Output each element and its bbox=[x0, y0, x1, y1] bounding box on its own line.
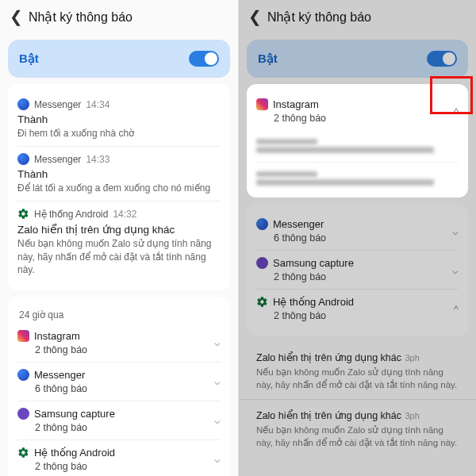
samsung-capture-icon bbox=[17, 408, 29, 420]
notification-item[interactable]: Messenger 14:33 Thành Để lát tối a xuống… bbox=[17, 146, 221, 201]
expanded-notification[interactable] bbox=[256, 130, 459, 162]
group-android-system[interactable]: Hệ thống Android 2 thông báo ⌵ bbox=[17, 440, 221, 476]
chevron-up-icon: ^ bbox=[454, 303, 459, 315]
group-app: Instagram bbox=[273, 98, 319, 110]
timestamp: 14:32 bbox=[113, 209, 136, 220]
group-count: 2 thông báo bbox=[274, 310, 354, 321]
notification-body: Đi hem tối a xuống nhà chờ bbox=[17, 127, 221, 140]
right-pane: ❮ Nhật ký thông báo Bật Instagram 2 thôn… bbox=[238, 0, 476, 476]
group-app: Hệ thống Android bbox=[273, 296, 354, 308]
group-instagram[interactable]: Instagram 2 thông báo ⌵ bbox=[17, 324, 221, 362]
header: ❮ Nhật ký thông báo bbox=[239, 0, 476, 33]
instagram-icon bbox=[17, 330, 29, 342]
expanded-notification[interactable] bbox=[256, 162, 459, 194]
group-android-system[interactable]: Hệ thống Android 2 thông báo ^ bbox=[256, 289, 459, 328]
notification-title: Thành bbox=[17, 168, 221, 180]
chevron-down-icon: ⌵ bbox=[214, 336, 221, 348]
notification-title: Zalo hiển thị trên ứng dụng khác bbox=[17, 223, 221, 236]
back-icon[interactable]: ❮ bbox=[247, 7, 263, 26]
toggle-label: Bật bbox=[258, 52, 278, 66]
notification-body: Nếu bạn không muốn Zalo sử dụng tính năn… bbox=[256, 424, 459, 449]
page-title: Nhật ký thông báo bbox=[29, 10, 132, 25]
master-toggle-row[interactable]: Bật bbox=[247, 40, 468, 78]
group-count: 2 thông báo bbox=[35, 344, 87, 355]
group-samsung-capture[interactable]: Samsung capture 2 thông báo ⌵ bbox=[256, 250, 459, 289]
instagram-icon bbox=[256, 98, 268, 110]
chevron-down-icon: ⌵ bbox=[452, 225, 459, 237]
notification-title: Thành bbox=[17, 113, 221, 125]
messenger-icon bbox=[17, 153, 29, 165]
samsung-capture-icon bbox=[256, 257, 268, 269]
timestamp: 3ph bbox=[405, 411, 419, 420]
group-count: 2 thông báo bbox=[35, 422, 115, 433]
chevron-down-icon: ⌵ bbox=[214, 414, 221, 426]
group-app: Messenger bbox=[273, 218, 324, 230]
messenger-icon bbox=[17, 98, 29, 110]
group-app: Instagram bbox=[34, 330, 80, 342]
messenger-icon bbox=[256, 218, 268, 230]
gear-icon bbox=[17, 208, 29, 220]
timestamp: 3ph bbox=[405, 353, 419, 363]
page-title: Nhật ký thông báo bbox=[267, 10, 371, 25]
messenger-icon bbox=[17, 369, 29, 381]
recent-card: Messenger 14:34 Thành Đi hem tối a xuống… bbox=[8, 84, 230, 290]
group-messenger[interactable]: Messenger 6 thông báo ⌵ bbox=[256, 212, 459, 250]
notification-title: Zalo hiển thị trên ứng dụng khác bbox=[256, 410, 401, 421]
group-messenger[interactable]: Messenger 6 thông báo ⌵ bbox=[17, 362, 221, 401]
group-app: Hệ thống Android bbox=[34, 447, 115, 459]
chevron-down-icon: ⌵ bbox=[214, 453, 221, 465]
app-name: Messenger bbox=[34, 99, 81, 110]
toggle-switch-icon[interactable] bbox=[189, 51, 219, 67]
group-instagram-expanded[interactable]: Instagram 2 thông báo ^ bbox=[256, 92, 459, 130]
group-app: Samsung capture bbox=[34, 408, 115, 420]
chevron-down-icon: ⌵ bbox=[452, 264, 459, 276]
group-count: 2 thông báo bbox=[35, 461, 115, 472]
section-label: 24 giờ qua bbox=[17, 305, 221, 324]
plain-notification[interactable]: Zalo hiển thị trên ứng dụng khác 3ph Nếu… bbox=[239, 399, 476, 457]
notification-body: Nếu bạn không muốn Zalo sử dụng tính năn… bbox=[17, 237, 221, 276]
group-app: Samsung capture bbox=[273, 257, 354, 269]
toggle-switch-icon[interactable] bbox=[427, 51, 457, 67]
timestamp: 14:33 bbox=[86, 154, 109, 165]
master-toggle-row[interactable]: Bật bbox=[8, 40, 230, 78]
group-count: 2 thông báo bbox=[274, 113, 326, 124]
back-icon[interactable]: ❮ bbox=[8, 7, 24, 26]
notification-title: Zalo hiển thị trên ứng dụng khác bbox=[256, 352, 401, 363]
past-card: 24 giờ qua Instagram 2 thông báo ⌵ Messe… bbox=[8, 297, 230, 476]
left-pane: ❮ Nhật ký thông báo Bật Messenger 14:34 … bbox=[0, 0, 238, 476]
plain-notification[interactable]: Zalo hiển thị trên ứng dụng khác 3ph Nếu… bbox=[239, 342, 476, 399]
timestamp: 14:34 bbox=[86, 99, 109, 110]
notification-body: Để lát tối a xuống a đem xuống cho nó mi… bbox=[17, 182, 221, 194]
app-name: Messenger bbox=[34, 154, 81, 165]
gear-icon bbox=[17, 447, 29, 459]
group-app: Messenger bbox=[34, 369, 85, 381]
group-count: 2 thông báo bbox=[274, 271, 354, 282]
group-count: 6 thông báo bbox=[35, 383, 87, 394]
gear-icon bbox=[256, 296, 268, 308]
groups-card: Messenger 6 thông báo ⌵ Samsung capture … bbox=[247, 204, 468, 336]
highlight-annotation bbox=[430, 76, 473, 114]
group-count: 6 thông báo bbox=[274, 232, 326, 244]
notification-body: Nếu bạn không muốn Zalo sử dụng tính năn… bbox=[256, 367, 459, 391]
header: ❮ Nhật ký thông báo bbox=[0, 0, 238, 33]
chevron-down-icon: ⌵ bbox=[214, 375, 221, 387]
notification-item[interactable]: Messenger 14:34 Thành Đi hem tối a xuống… bbox=[17, 92, 221, 146]
group-samsung-capture[interactable]: Samsung capture 2 thông báo ⌵ bbox=[17, 401, 221, 440]
app-name: Hệ thống Android bbox=[34, 209, 108, 220]
notification-item[interactable]: Hệ thống Android 14:32 Zalo hiển thị trê… bbox=[17, 201, 221, 282]
toggle-label: Bật bbox=[19, 52, 39, 66]
